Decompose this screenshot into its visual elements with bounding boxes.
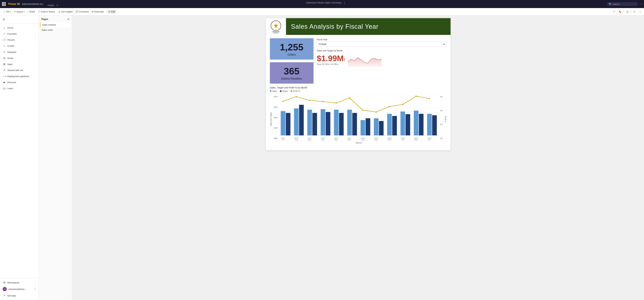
svg-text:Jul: Jul — [282, 139, 284, 141]
toolbar-right-actions: ↩ 🔖 ▾ ⬜ ▾ ↻ ☆ — [612, 9, 643, 14]
sidebar-item-discover[interactable]: ◈ Discover — [0, 79, 38, 85]
sidebar-get-data-button[interactable]: ↗ Get data — [0, 292, 38, 299]
edit-icon: ✏ — [109, 10, 110, 13]
svg-line-7 — [278, 22, 280, 23]
recent-icon: 🕐 — [3, 38, 6, 41]
sidebar-item-label: Apps — [8, 63, 12, 66]
sidebar-item-label: Favorites — [8, 32, 17, 35]
pages-panel: Pages ≪ Sales analysis Sales order — [38, 16, 72, 300]
file-button[interactable]: 📄 File ▾ — [1, 10, 12, 14]
get-insights-button[interactable]: 💡 Get insights — [56, 10, 74, 14]
share-icon: ↑ — [28, 10, 29, 13]
apps-grid-icon[interactable] — [2, 2, 6, 6]
svg-text:2018: 2018 — [427, 137, 432, 139]
resellers-value: 365 — [284, 66, 300, 76]
svg-text:Oct: Oct — [322, 139, 324, 141]
hamburger-icon: ☰ — [3, 18, 5, 21]
bookmark-button[interactable]: 🔖 — [618, 9, 622, 14]
resellers-label: Distinct Resellers — [281, 77, 302, 80]
insights-icon: 💡 — [58, 10, 60, 13]
sidebar-adventureworks-item[interactable]: AW AdventureWorks ... ▾ — [0, 286, 38, 292]
workspace-name[interactable]: AdventureWorks Inc. — [22, 3, 44, 5]
fiscal-year-dropdown[interactable]: FY2018 ▾ — [317, 42, 446, 47]
chevron-right-icon: › — [35, 33, 36, 35]
sidebar-item-label: Deployment pipelines — [8, 75, 29, 78]
fiscal-year-filter: Fiscal Year FY2018 ▾ — [317, 38, 446, 47]
comment-button[interactable]: 💬 Comment — [74, 10, 90, 14]
pages-list: Sales analysis Sales order — [38, 22, 72, 32]
chevron-down-icon: ▾ — [57, 4, 58, 6]
sidebar-item-favorites[interactable]: ☆ Favorites › — [0, 31, 38, 37]
export-icon: ↪ — [14, 10, 16, 13]
undo-button[interactable]: ↩ — [612, 9, 617, 14]
sidebar-item-label: Create — [8, 45, 14, 47]
filter-label: Fiscal Year — [317, 38, 446, 41]
visibility-badge[interactable]: Public ▾ — [47, 4, 604, 7]
app-logo: Power BI — [8, 2, 20, 6]
y-axis-left-label-container: Sales and Target — [270, 94, 272, 144]
page-item-sales-order[interactable]: Sales order — [40, 27, 71, 32]
sidebar-item-home[interactable]: ⌂ Home — [0, 25, 38, 31]
share-button[interactable]: ↑ Share — [26, 10, 36, 14]
kpi-column: 1,255 Orders 365 Distinct Resellers — [270, 38, 314, 84]
sidebar-item-learn[interactable]: 📖 Learn — [0, 85, 38, 91]
home-icon: ⌂ — [3, 26, 6, 29]
more-toolbar-button[interactable]: ··· — [117, 10, 121, 14]
sidebar-item-recent[interactable]: 🕐 Recent › — [0, 37, 38, 43]
edit-button[interactable]: ✏ Edit — [107, 10, 116, 14]
file-label: File — [6, 10, 10, 13]
bar-target — [392, 116, 397, 136]
chevron-down-icon: ▾ — [24, 11, 24, 12]
y-right-tick: 5% — [440, 96, 443, 98]
more-toolbar-label: ··· — [118, 10, 120, 13]
target-legend-dot — [280, 90, 282, 92]
refresh-button[interactable]: ↻ — [632, 9, 637, 14]
bar-target — [339, 113, 344, 136]
bar-target — [286, 113, 290, 136]
orders-value: 1,255 — [280, 42, 303, 52]
orders-kpi-card: 1,255 Orders — [270, 38, 314, 60]
profit-dot — [362, 110, 364, 111]
sidebar-item-apps[interactable]: ⊞ Apps — [0, 61, 38, 67]
chevron-right-icon: › — [35, 39, 36, 41]
target-legend-label: Target — [282, 90, 288, 92]
legend-profit: Profit % — [290, 90, 300, 92]
sidebar-item-deployment[interactable]: ⟶ Deployment pipelines — [0, 73, 38, 79]
get-data-icon: ↗ — [3, 294, 6, 297]
bar-target — [299, 105, 304, 135]
bar-sales — [347, 110, 352, 135]
edit-label: Edit — [111, 10, 115, 13]
chat-in-teams-button[interactable]: 🗨 Chat in Teams — [37, 10, 56, 14]
view-button[interactable]: ⬜ — [625, 9, 630, 14]
sidebar-item-shared[interactable]: ↗ Shared with me — [0, 67, 38, 73]
workspace-item-label: AdventureWorks ... — [8, 288, 27, 290]
search-placeholder: Search — [612, 3, 620, 5]
export-button[interactable]: ↪ Export ▾ — [13, 10, 26, 14]
sidebar-collapse-button[interactable]: ☰ — [0, 16, 38, 24]
sidebar-nav: ⌂ Home ☆ Favorites › 🕐 Recent › ＋ Create… — [0, 24, 38, 278]
profit-dot — [336, 102, 337, 104]
svg-line-6 — [278, 28, 280, 29]
profit-dot — [282, 101, 284, 102]
bar-target — [419, 114, 424, 136]
svg-text:2017: 2017 — [321, 137, 325, 139]
workspaces-label: Workspaces — [8, 281, 19, 284]
sidebar-item-goals[interactable]: ◎ Goals — [0, 55, 38, 61]
page-item-sales-analysis[interactable]: Sales analysis — [40, 22, 71, 27]
y-tick: $1M — [274, 127, 278, 129]
sidebar-item-datasets[interactable]: ⬡ Datasets — [0, 49, 38, 55]
chat-label: Chat in Teams — [41, 10, 55, 13]
sidebar-item-label: Recent — [8, 38, 14, 41]
sidebar-workspaces-button[interactable]: ⊟ Workspaces › — [0, 280, 38, 286]
sidebar-item-create[interactable]: ＋ Create — [0, 43, 38, 49]
search-bar[interactable]: 🔍 Search — [607, 2, 638, 6]
svg-text:2018: 2018 — [401, 137, 405, 139]
more-options-button[interactable]: ··· — [640, 2, 642, 6]
workspace-avatar: AW — [3, 287, 7, 291]
profit-dot — [322, 101, 324, 102]
profit-line — [283, 96, 430, 112]
pages-collapse-button[interactable]: ≪ — [67, 18, 69, 20]
y-tick: $3M — [274, 106, 278, 108]
subscribe-button[interactable]: ✉ Subscribe — [90, 10, 105, 14]
favorite-button[interactable]: ☆ — [638, 9, 643, 14]
